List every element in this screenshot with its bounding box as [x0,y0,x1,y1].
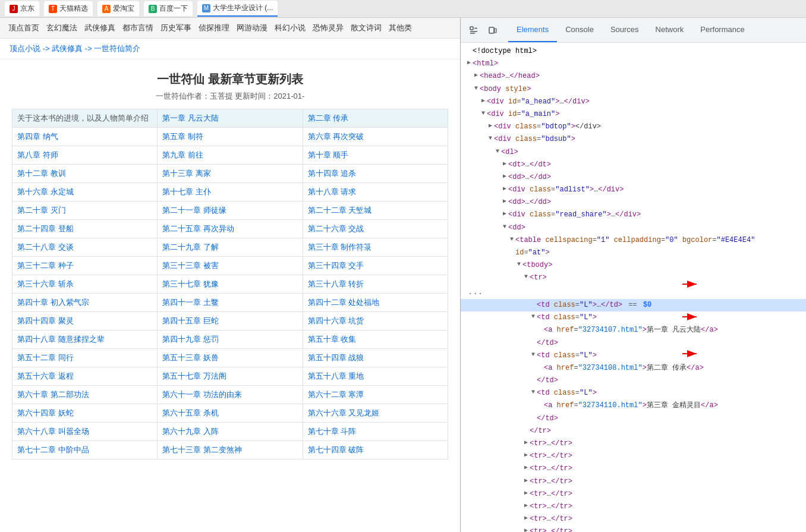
expand-arrow[interactable] [522,272,530,282]
expand-arrow[interactable] [501,222,508,232]
html-line[interactable]: </td> [461,337,806,350]
html-line[interactable]: </td> [461,413,806,425]
html-line[interactable]: <dd> [461,222,806,234]
nav-home[interactable]: 顶点首页 [6,21,42,34]
nav-xuanhuan[interactable]: 玄幻魔法 [44,21,80,34]
expand-arrow[interactable] [530,388,537,397]
html-line[interactable]: <td class="L"> [461,350,806,362]
html-line[interactable]: <tr>…</tr> [461,476,806,488]
nav-kongbu[interactable]: 恐怖灵异 [310,21,346,34]
html-line[interactable]: <tr>…</tr> [461,450,806,462]
html-line[interactable]: <a href="32734110.html">第三章 金精灵目</a> [461,399,806,412]
html-line[interactable]: <html> [461,58,806,70]
tab-jingdong[interactable]: J 京东 [5,1,39,16]
html-line[interactable]: <!doctype html> [461,45,806,58]
html-line[interactable]: <head>…</head> [461,70,806,83]
expand-arrow[interactable] [465,58,473,68]
expand-arrow[interactable] [522,501,530,511]
html-line[interactable]: <tbody> [461,259,806,272]
expand-arrow[interactable] [501,184,508,194]
html-line[interactable]: <dd>…</dd> [461,171,806,184]
browser-tabs-bar: J 京东 T 天猫精选 A 爱淘宝 B 百度一下 M 大学生毕业设计 (... [0,0,806,18]
html-line[interactable]: <body style> [461,83,806,96]
expand-arrow[interactable] [480,109,487,118]
expand-arrow[interactable] [522,489,530,498]
html-line[interactable]: <div id="a_main"> [461,108,806,121]
html-line[interactable]: </td> [461,374,806,387]
html-content: <tr>…</tr> [530,526,572,532]
expand-arrow[interactable] [473,84,480,93]
expand-arrow[interactable] [508,235,515,244]
tab-elements[interactable]: Elements [508,18,557,42]
html-line[interactable]: id="at"> [461,247,806,259]
nav-zhentan[interactable]: 侦探推理 [196,21,232,34]
html-line[interactable]: <tr>…</tr> [461,462,806,475]
html-line[interactable]: <table cellspacing="1" cellpadding="0" b… [461,234,806,247]
expand-arrow[interactable] [480,96,487,106]
html-line[interactable]: <a href="32734108.html">第二章 传承</a> [461,362,806,374]
expand-arrow[interactable] [522,476,530,486]
nav-kehuan[interactable]: 科幻小说 [272,21,308,34]
expand-arrow[interactable] [501,197,508,206]
breadcrumb-wuxia[interactable]: 武侠修真 [52,44,83,53]
tab-sources[interactable]: Sources [602,18,647,42]
expand-arrow[interactable] [515,260,522,269]
nav-sanwen[interactable]: 散文诗词 [348,21,384,34]
html-line[interactable]: <div class="bdsub"> [461,133,806,146]
chapter-col2: 第四十五章 巨蛇 [158,312,303,330]
device-toolbar-button[interactable] [484,22,501,39]
expand-arrow[interactable] [522,526,530,532]
html-line[interactable]: <tr>…</tr> [461,488,806,500]
html-content: <div class="bdtop"></div> [494,121,601,133]
html-line[interactable]: <tr>…</tr> [461,513,806,525]
html-line[interactable]: <div class="adlist">…</div> [461,184,806,196]
tab-aitaobao[interactable]: A 爱淘宝 [97,1,139,16]
nav-wangyou[interactable]: 网游动漫 [234,21,270,34]
html-line[interactable]: </tr> [461,425,806,437]
expand-arrow[interactable] [530,312,537,322]
html-line[interactable]: <td class="L"> [461,311,806,324]
expand-arrow[interactable] [473,71,480,80]
expand-arrow[interactable] [501,159,508,169]
html-line[interactable]: <div id="a_head">…</div> [461,96,806,108]
html-line[interactable]: <td class="L"> [461,387,806,399]
html-line[interactable]: <div class="read_share">…</div> [461,209,806,221]
expand-arrow[interactable] [530,350,537,360]
tab-network[interactable]: Network [647,18,692,42]
expand-arrow[interactable] [501,172,508,181]
tab-console[interactable]: Console [557,18,602,42]
nav-wuxia[interactable]: 武侠修真 [82,21,118,34]
html-line[interactable]: <tr> [461,272,806,284]
html-line[interactable]: <dd>…</dd> [461,196,806,209]
breadcrumb-home[interactable]: 顶点小说 [10,44,40,53]
html-line[interactable]: <a href="32734107.html">第一章 凡云大陆</a> [461,324,806,336]
expand-arrow[interactable] [522,463,530,473]
tab-baidu[interactable]: B 百度一下 [144,1,193,16]
html-content: <tr>…</tr> [530,489,572,500]
expand-arrow[interactable] [487,121,494,131]
table-row: 第二十八章 交谈第二十九章 了解第三十章 制作符箓 [12,238,448,257]
tab-tianmao[interactable]: T 天猫精选 [44,1,93,16]
tab-graduation[interactable]: M 大学生毕业设计 (... [197,1,278,17]
nav-lishi[interactable]: 历史军事 [158,21,194,34]
html-line[interactable]: <dl> [461,146,806,159]
tab-performance[interactable]: Performance [692,18,753,42]
nav-bar: 顶点首页 玄幻魔法 武侠修真 都市言情 历史军事 侦探推理 网游动漫 科幻小说 … [0,18,460,39]
nav-dushi[interactable]: 都市言情 [120,21,156,34]
html-line[interactable]: <tr>…</tr> [461,525,806,532]
html-line[interactable]: <td class="L">…</td> == $0 [461,299,806,311]
expand-arrow[interactable] [522,438,530,448]
expand-arrow[interactable] [494,147,501,156]
expand-arrow[interactable] [522,514,530,523]
html-line[interactable]: <dt>…</dt> [461,159,806,171]
html-line[interactable]: <tr>…</tr> [461,437,806,450]
html-line[interactable]: <div class="bdtop"></div> [461,121,806,133]
expand-arrow[interactable] [487,134,494,143]
inspect-element-button[interactable] [465,22,482,39]
devtools-toolbar: Elements Console Sources Network Perform… [461,18,806,43]
expand-arrow[interactable] [522,451,530,460]
nav-qita[interactable]: 其他类 [386,21,414,34]
html-line[interactable]: <tr>…</tr> [461,500,806,513]
devtools-content[interactable]: <!doctype html><html><head>…</head><body… [461,43,806,532]
expand-arrow[interactable] [501,209,508,219]
